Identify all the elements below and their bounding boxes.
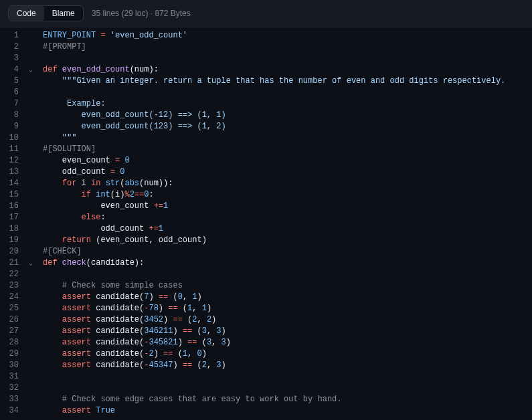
chevron-down-icon[interactable]: ⌄ xyxy=(29,64,33,76)
code-content[interactable]: assert candidate(346211) == (3, 3) xyxy=(37,326,532,337)
code-line: 5 """Given an integer. return a tuple th… xyxy=(0,76,532,87)
code-content[interactable]: #[CHECK] xyxy=(37,246,532,257)
view-tabs: Code Blame xyxy=(8,5,84,21)
code-content[interactable]: #[SOLUTION] xyxy=(37,144,532,155)
line-number[interactable]: 19 xyxy=(0,235,24,246)
code-content[interactable]: """Given an integer. return a tuple that… xyxy=(37,76,532,87)
line-number[interactable]: 29 xyxy=(0,348,24,360)
code-content[interactable]: even_count +=1 xyxy=(37,201,532,212)
line-number[interactable]: 26 xyxy=(0,314,24,326)
code-line: 25 assert candidate(-78) == (1, 1) xyxy=(0,303,532,314)
code-content[interactable]: odd_count +=1 xyxy=(37,223,532,235)
code-line: 22 xyxy=(0,269,532,280)
tab-code[interactable]: Code xyxy=(9,6,44,21)
code-line: 21⌄def check(candidate): xyxy=(0,257,532,269)
line-number[interactable]: 5 xyxy=(0,76,24,87)
code-content[interactable]: # Check some edge cases that are easy to… xyxy=(37,394,532,405)
line-number[interactable]: 10 xyxy=(0,132,24,144)
code-line: 28 assert candidate(-345821) == (3, 3) xyxy=(0,337,532,348)
line-number[interactable]: 20 xyxy=(0,246,24,257)
line-number[interactable]: 16 xyxy=(0,201,24,212)
code-line: 15 if int(i)%2==0: xyxy=(0,189,532,201)
code-line: 14 for i in str(abs(num)): xyxy=(0,178,532,189)
line-number[interactable]: 34 xyxy=(0,405,24,417)
code-line: 33 # Check some edge cases that are easy… xyxy=(0,394,532,405)
code-content[interactable]: assert candidate(3452) == (2, 2) xyxy=(37,314,532,326)
line-number[interactable]: 15 xyxy=(0,189,24,201)
line-number[interactable]: 11 xyxy=(0,144,24,155)
line-number[interactable]: 21 xyxy=(0,257,24,269)
line-number[interactable]: 2 xyxy=(0,41,24,53)
code-line: 27 assert candidate(346211) == (3, 3) xyxy=(0,326,532,337)
line-number[interactable]: 32 xyxy=(0,383,24,394)
line-number[interactable]: 25 xyxy=(0,303,24,314)
code-content[interactable]: for i in str(abs(num)): xyxy=(37,178,532,189)
file-meta: 35 lines (29 loc) · 872 Bytes xyxy=(92,9,191,18)
line-number[interactable]: 8 xyxy=(0,110,24,121)
code-content[interactable]: else: xyxy=(37,212,532,223)
code-content[interactable]: assert candidate(-45347) == (2, 3) xyxy=(37,360,532,371)
code-line: 6 xyxy=(0,87,532,98)
code-line: 12 even_count = 0 xyxy=(0,155,532,167)
line-number[interactable]: 6 xyxy=(0,87,24,98)
line-number[interactable]: 3 xyxy=(0,53,24,64)
line-number[interactable]: 4 xyxy=(0,64,24,76)
line-number[interactable]: 17 xyxy=(0,212,24,223)
code-content[interactable]: def even_odd_count(num): xyxy=(37,64,532,76)
fold-gutter[interactable]: ⌄ xyxy=(24,64,37,76)
line-number[interactable]: 13 xyxy=(0,167,24,178)
line-number[interactable]: 9 xyxy=(0,121,24,132)
line-number[interactable]: 22 xyxy=(0,269,24,280)
code-line: 10 """ xyxy=(0,132,532,144)
code-content[interactable]: even_odd_count(-12) ==> (1, 1) xyxy=(37,110,532,121)
fold-gutter[interactable]: ⌄ xyxy=(24,257,37,269)
code-content[interactable]: odd_count = 0 xyxy=(37,167,532,178)
code-line: 34 assert True xyxy=(0,405,532,417)
code-line: 23 # Check some simple cases xyxy=(0,280,532,292)
code-line: 7 Example: xyxy=(0,98,532,110)
code-line: 20#[CHECK] xyxy=(0,246,532,257)
code-line: 32 xyxy=(0,383,532,394)
code-content[interactable]: """ xyxy=(37,132,532,144)
line-number[interactable]: 14 xyxy=(0,178,24,189)
code-line: 24 assert candidate(7) == (0, 1) xyxy=(0,292,532,303)
line-number[interactable]: 31 xyxy=(0,371,24,383)
line-number[interactable]: 28 xyxy=(0,337,24,348)
code-content[interactable]: return (even_count, odd_count) xyxy=(37,235,532,246)
code-content[interactable]: even_count = 0 xyxy=(37,155,532,167)
code-content[interactable]: Example: xyxy=(37,98,532,110)
code-content[interactable]: assert candidate(-78) == (1, 1) xyxy=(37,303,532,314)
code-area: 1ENTRY_POINT = 'even_odd_count'2#[PROMPT… xyxy=(0,27,532,417)
code-line: 4⌄def even_odd_count(num): xyxy=(0,64,532,76)
code-content[interactable]: ENTRY_POINT = 'even_odd_count' xyxy=(37,30,532,41)
code-line: 13 odd_count = 0 xyxy=(0,167,532,178)
line-number[interactable]: 24 xyxy=(0,292,24,303)
tab-blame[interactable]: Blame xyxy=(44,6,83,21)
code-content[interactable]: #[PROMPT] xyxy=(37,41,532,53)
line-number[interactable]: 30 xyxy=(0,360,24,371)
line-number[interactable]: 7 xyxy=(0,98,24,110)
code-content[interactable]: # Check some simple cases xyxy=(37,280,532,292)
line-number[interactable]: 1 xyxy=(0,30,24,41)
code-line: 9 even_odd_count(123) ==> (1, 2) xyxy=(0,121,532,132)
code-line: 29 assert candidate(-2) == (1, 0) xyxy=(0,348,532,360)
line-number[interactable]: 27 xyxy=(0,326,24,337)
code-line: 31 xyxy=(0,371,532,383)
code-content[interactable]: assert candidate(-345821) == (3, 3) xyxy=(37,337,532,348)
line-number[interactable]: 33 xyxy=(0,394,24,405)
line-number[interactable]: 23 xyxy=(0,280,24,292)
code-line: 18 odd_count +=1 xyxy=(0,223,532,235)
code-line: 8 even_odd_count(-12) ==> (1, 1) xyxy=(0,110,532,121)
file-header: Code Blame 35 lines (29 loc) · 872 Bytes xyxy=(0,0,532,27)
code-line: 17 else: xyxy=(0,212,532,223)
code-content[interactable]: assert True xyxy=(37,405,532,417)
code-content[interactable]: even_odd_count(123) ==> (1, 2) xyxy=(37,121,532,132)
code-content[interactable]: def check(candidate): xyxy=(37,257,532,269)
chevron-down-icon[interactable]: ⌄ xyxy=(29,257,33,269)
code-content[interactable]: if int(i)%2==0: xyxy=(37,189,532,201)
code-line: 3 xyxy=(0,53,532,64)
line-number[interactable]: 18 xyxy=(0,223,24,235)
code-content[interactable]: assert candidate(-2) == (1, 0) xyxy=(37,348,532,360)
code-content[interactable]: assert candidate(7) == (0, 1) xyxy=(37,292,532,303)
line-number[interactable]: 12 xyxy=(0,155,24,167)
